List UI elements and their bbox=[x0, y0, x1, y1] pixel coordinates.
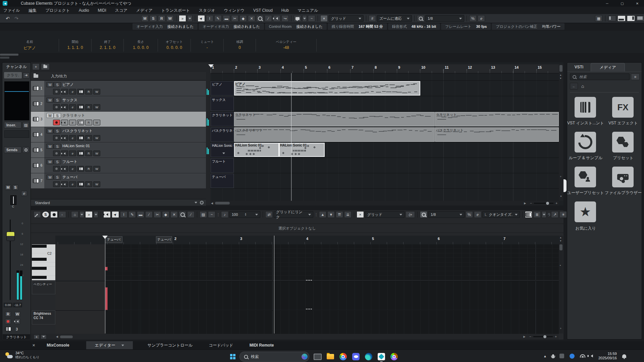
read-automation-button[interactable]: R bbox=[5, 311, 11, 317]
start-button[interactable] bbox=[230, 354, 235, 359]
track-write-button[interactable]: W bbox=[93, 150, 100, 156]
quantize-select[interactable]: 1/8 bbox=[425, 15, 464, 22]
channel-tab[interactable]: クラリ. bbox=[4, 72, 22, 78]
velocity-bar[interactable] bbox=[105, 287, 108, 310]
pitch-visibility-button[interactable] bbox=[525, 211, 532, 218]
track-mute-button[interactable]: M bbox=[46, 159, 54, 164]
tray-blue-app-icon[interactable] bbox=[570, 354, 575, 359]
editor-snap-type-select[interactable]: グリッド bbox=[365, 211, 405, 218]
insert-slot[interactable] bbox=[4, 130, 29, 138]
track-read-button[interactable]: R bbox=[85, 89, 92, 95]
tab-chord-pads[interactable]: コードパッド bbox=[209, 343, 233, 348]
track-name[interactable]: バスクラリネット bbox=[62, 128, 93, 133]
grid-type-select[interactable]: ズームに適応 bbox=[377, 15, 412, 22]
line-tool[interactable]: ∕ bbox=[265, 15, 272, 22]
play-tool[interactable] bbox=[273, 15, 280, 22]
channel-mute-button[interactable]: M bbox=[5, 185, 11, 190]
taskbar-edge[interactable] bbox=[364, 352, 373, 361]
editor-hscrollbar[interactable]: + ◀ ▶ − + bbox=[31, 334, 559, 340]
maximize-button[interactable]: ▢ bbox=[615, 0, 629, 7]
track-monitor-button[interactable] bbox=[61, 104, 68, 110]
transpose-up-button[interactable]: ▲ bbox=[319, 211, 326, 218]
close-lower-zone-button[interactable]: ✕ bbox=[32, 343, 35, 348]
mute-tool[interactable]: ✕ bbox=[248, 15, 255, 22]
velocity-lane-header[interactable]: ベロシティー bbox=[32, 281, 55, 294]
tab-vsti[interactable]: VSTi bbox=[567, 65, 591, 69]
taskbar-explorer[interactable] bbox=[326, 352, 335, 361]
left-zone-grip-small[interactable] bbox=[0, 57, 9, 59]
read-all-button[interactable]: R bbox=[158, 15, 165, 22]
autoscroll-button[interactable]: » bbox=[179, 15, 186, 22]
inserts-edit-button[interactable]: ▨ bbox=[22, 122, 29, 128]
track-record-button[interactable] bbox=[53, 135, 60, 141]
editor-ruler[interactable]: テューバ テューバ 234567 bbox=[55, 236, 559, 245]
step-input-button[interactable]: ♪ bbox=[221, 211, 228, 218]
lane-name-halion[interactable]: HALion Sonic 01 bbox=[211, 143, 234, 157]
track-write-button[interactable]: W bbox=[93, 104, 100, 110]
note-grid[interactable] bbox=[55, 244, 559, 280]
info-field-mute[interactable]: ミュート- bbox=[191, 39, 224, 52]
length-link-select[interactable]: グリッドにリンク bbox=[274, 211, 313, 218]
quantize-preset-select[interactable]: Lクオンタイズ. bbox=[482, 211, 520, 218]
menu-project[interactable]: プロジェクト bbox=[45, 8, 70, 13]
midi-part-bassclarinet-1[interactable]: バスクラリネット bbox=[234, 127, 435, 142]
track-monitor-button[interactable] bbox=[61, 135, 68, 141]
taskbar-cubase[interactable] bbox=[377, 352, 386, 361]
open-in-window-button[interactable]: ↗ bbox=[551, 211, 558, 218]
status-frame-rate[interactable]: フレームレート30 fps bbox=[441, 23, 491, 30]
preset-dropdown-icon[interactable] bbox=[195, 202, 197, 203]
midi-part-clarinet-2[interactable]: クラリネット bbox=[435, 112, 559, 126]
tab-media[interactable]: メディア bbox=[591, 63, 625, 71]
setup-toolbar-button[interactable]: ▦ bbox=[595, 15, 602, 22]
scroll-right-icon[interactable]: ▶ bbox=[523, 335, 525, 338]
zoom-out-icon[interactable]: − bbox=[529, 335, 531, 339]
editor-autoscroll-dropdown[interactable] bbox=[94, 211, 98, 218]
grid-relative-button[interactable]: -|+ bbox=[406, 211, 415, 218]
track-record-button[interactable] bbox=[53, 104, 60, 110]
scroll-right-icon[interactable]: ▶ bbox=[524, 202, 526, 205]
acoustic-feedback-button[interactable] bbox=[103, 211, 111, 218]
editor-mute-tool[interactable]: ✕ bbox=[170, 211, 178, 218]
channel-e-button[interactable]: e bbox=[21, 191, 27, 196]
track-record-button[interactable] bbox=[53, 181, 60, 187]
part-curve-button[interactable]: ~ bbox=[208, 211, 215, 218]
snap-type-select[interactable]: グリッド bbox=[329, 15, 364, 22]
vscroll-up-icon[interactable]: ▲ bbox=[559, 236, 562, 239]
editor-part-marker-2[interactable]: テューバ bbox=[156, 236, 172, 243]
level-readout[interactable]: 0.00 bbox=[4, 303, 12, 307]
results-list-button[interactable]: ≡ bbox=[631, 73, 640, 80]
editor-line2-tool[interactable]: ∕ bbox=[187, 211, 195, 218]
status-pan-law[interactable]: プロジェクトのパン補正均等パワー bbox=[492, 23, 565, 30]
range-select-tool[interactable]: I bbox=[206, 15, 213, 22]
track-instrument-button[interactable] bbox=[77, 89, 84, 95]
midi-part-clarinet-1[interactable]: クラリネット bbox=[234, 112, 435, 126]
track-instrument-button[interactable] bbox=[77, 135, 84, 141]
hscroll-handle[interactable] bbox=[60, 336, 73, 338]
zoom-slider[interactable] bbox=[533, 336, 553, 337]
track-solo-button[interactable]: S bbox=[54, 128, 61, 133]
track-read-button[interactable]: R bbox=[85, 135, 92, 141]
black-key[interactable] bbox=[32, 267, 47, 270]
track-name[interactable]: HALion Sonic 01 bbox=[62, 144, 90, 148]
track-solo-button[interactable]: S bbox=[54, 159, 61, 164]
draw-tool[interactable]: ✎ bbox=[214, 15, 222, 22]
menu-edit[interactable]: 編集 bbox=[29, 8, 37, 13]
hscroll-handle[interactable] bbox=[215, 202, 230, 204]
event-hscrollbar[interactable]: ◀ ▶ − + bbox=[210, 201, 559, 205]
track-monitor-button[interactable] bbox=[61, 166, 68, 172]
lane-name-clarinet[interactable]: クラリネット bbox=[211, 112, 234, 126]
track-write-button[interactable]: W bbox=[93, 181, 100, 187]
mute-all-button[interactable]: M bbox=[141, 15, 149, 22]
track-row-flute[interactable]: 6 M S フルート e R W bbox=[31, 158, 206, 173]
autoscroll-dropdown[interactable] bbox=[187, 15, 193, 22]
track-instrument-button[interactable] bbox=[77, 181, 84, 187]
editor-quantize-panel-button[interactable]: e bbox=[474, 211, 481, 218]
track-name[interactable]: フルート bbox=[62, 159, 77, 164]
edit-channel-button[interactable]: ➜ bbox=[23, 72, 30, 78]
event-colors-button[interactable]: ▨ bbox=[200, 211, 207, 218]
zoom-slider[interactable] bbox=[534, 203, 553, 204]
vscroll-bottom-icon[interactable]: ▼ bbox=[560, 195, 562, 197]
inserts-button[interactable]: Inser. bbox=[4, 122, 21, 128]
track-edit-button[interactable]: e bbox=[69, 166, 76, 172]
taskbar-copilot[interactable] bbox=[313, 352, 322, 361]
